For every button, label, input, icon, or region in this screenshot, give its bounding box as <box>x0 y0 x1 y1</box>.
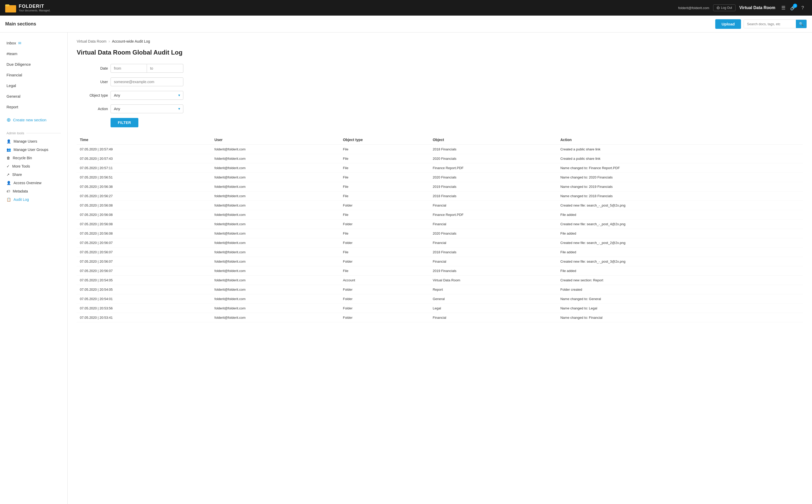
cell-user[interactable]: folderit@folderit.com <box>212 238 340 248</box>
trash-icon: 🗑 <box>6 156 10 160</box>
sidebar-item-general[interactable]: General <box>0 91 67 102</box>
table-row: 07.05.2020 | 20:56:08folderit@folderit.c… <box>77 210 803 220</box>
upload-button[interactable]: Upload <box>715 19 741 29</box>
table-row: 07.05.2020 | 20:56:07folderit@folderit.c… <box>77 238 803 248</box>
logout-button[interactable]: ⏻ Log Out <box>713 4 736 11</box>
user-email-input[interactable] <box>110 77 183 86</box>
cell-user[interactable]: folderit@folderit.com <box>212 294 340 304</box>
cell-object-type: File <box>340 266 429 276</box>
cell-object[interactable]: Financial <box>430 220 557 229</box>
admin-item-metadata[interactable]: 🏷 Metadata <box>6 187 61 195</box>
sidebar-item-team[interactable]: #team <box>0 48 67 59</box>
cell-time: 07.05.2020 | 20:54:05 <box>77 285 212 294</box>
action-select[interactable]: Any <box>110 104 183 113</box>
date-to-input[interactable] <box>147 64 183 73</box>
sidebar-item-due-diligence[interactable]: Due Diligence <box>0 59 67 70</box>
header-icons: ☰ 🔗 1 ? <box>779 4 807 12</box>
help-icon-button[interactable]: ? <box>798 4 807 12</box>
cell-user[interactable]: folderit@folderit.com <box>212 266 340 276</box>
sidebar: Inbox ✉ #team Due Diligence Financial Le… <box>0 32 68 504</box>
cell-object[interactable]: 2019 Financials <box>430 266 557 276</box>
sidebar-item-report[interactable]: Report <box>0 102 67 112</box>
audit-log-icon: 📋 <box>6 197 11 202</box>
table-row: 07.05.2020 | 20:56:38folderit@folderit.c… <box>77 182 803 191</box>
sidebar-item-legal[interactable]: Legal <box>0 80 67 91</box>
breadcrumb-current: Account-wide Audit Log <box>112 39 150 43</box>
header-right: folderit@folderit.com ⏻ Log Out Virtual … <box>678 4 807 12</box>
cell-user[interactable]: folderit@folderit.com <box>212 145 340 154</box>
cell-action: Name changed to: General <box>557 294 803 304</box>
cell-object[interactable]: Finance Report.PDF <box>430 163 557 173</box>
cell-object[interactable]: Legal <box>430 304 557 313</box>
search-input[interactable] <box>744 20 796 28</box>
create-section-button[interactable]: ⊕ Create new section <box>0 114 67 126</box>
cell-user[interactable]: folderit@folderit.com <box>212 173 340 182</box>
cell-object[interactable]: 2020 Financials <box>430 154 557 163</box>
cell-object[interactable]: Financial <box>430 257 557 266</box>
table-row: 07.05.2020 | 20:56:27folderit@folderit.c… <box>77 191 803 201</box>
cell-user[interactable]: folderit@folderit.com <box>212 248 340 257</box>
col-time: Time <box>77 135 212 145</box>
cell-user[interactable]: folderit@folderit.com <box>212 276 340 285</box>
sidebar-item-financial[interactable]: Financial <box>0 70 67 80</box>
search-button[interactable]: 🔍 <box>796 20 807 28</box>
cell-user[interactable]: folderit@folderit.com <box>212 257 340 266</box>
filter-button[interactable]: FILTER <box>110 118 138 127</box>
menu-icon-button[interactable]: ☰ <box>779 4 788 12</box>
cell-user[interactable]: folderit@folderit.com <box>212 304 340 313</box>
cell-user[interactable]: folderit@folderit.com <box>212 220 340 229</box>
admin-item-recycle-bin[interactable]: 🗑 Recycle Bin <box>6 154 61 162</box>
cell-time: 07.05.2020 | 20:54:05 <box>77 276 212 285</box>
cell-object[interactable]: Financial <box>430 313 557 322</box>
cell-object-type: File <box>340 182 429 191</box>
cell-object[interactable]: Finance Report.PDF <box>430 210 557 220</box>
cell-object[interactable]: Financial <box>430 238 557 248</box>
cell-object[interactable]: 2020 Financials <box>430 173 557 182</box>
cell-object[interactable]: Report <box>430 285 557 294</box>
table-row: 07.05.2020 | 20:54:01folderit@folderit.c… <box>77 294 803 304</box>
cell-user[interactable]: folderit@folderit.com <box>212 313 340 322</box>
admin-item-audit-log[interactable]: 📋 Audit Log <box>6 195 61 204</box>
admin-item-more-tools[interactable]: ✓ More Tools <box>6 162 61 170</box>
admin-item-manage-user-groups[interactable]: 👥 Manage User Groups <box>6 145 61 154</box>
table-row: 07.05.2020 | 20:56:08folderit@folderit.c… <box>77 220 803 229</box>
object-type-filter-row: Object type Any File Folder Account <box>77 91 803 100</box>
svg-rect-2 <box>5 5 16 12</box>
cell-user[interactable]: folderit@folderit.com <box>212 229 340 238</box>
date-from-input[interactable] <box>110 64 147 73</box>
audit-table: Time User Object type Object Action 07.0… <box>77 135 803 322</box>
cell-object[interactable]: Financial <box>430 201 557 210</box>
admin-item-share[interactable]: ↗ Share <box>6 170 61 179</box>
cell-object[interactable]: 2019 Financials <box>430 182 557 191</box>
cell-object[interactable]: 2020 Financials <box>430 229 557 238</box>
cell-object-type: Folder <box>340 257 429 266</box>
cell-user[interactable]: folderit@folderit.com <box>212 210 340 220</box>
cell-user[interactable]: folderit@folderit.com <box>212 154 340 163</box>
cell-user[interactable]: folderit@folderit.com <box>212 285 340 294</box>
admin-item-access-overview[interactable]: 👤 Access Overview <box>6 179 61 187</box>
cell-user[interactable]: folderit@folderit.com <box>212 201 340 210</box>
cell-object[interactable]: General <box>430 294 557 304</box>
object-type-select-wrapper: Any File Folder Account <box>110 91 183 100</box>
cell-user[interactable]: folderit@folderit.com <box>212 182 340 191</box>
admin-item-manage-users[interactable]: 👤 Manage Users <box>6 137 61 145</box>
date-inputs <box>110 64 183 73</box>
cell-object-type: File <box>340 191 429 201</box>
cell-user[interactable]: folderit@folderit.com <box>212 163 340 173</box>
object-type-select[interactable]: Any File Folder Account <box>110 91 183 100</box>
cell-time: 07.05.2020 | 20:56:08 <box>77 220 212 229</box>
table-row: 07.05.2020 | 20:57:43folderit@folderit.c… <box>77 154 803 163</box>
share-button[interactable]: 🔗 1 <box>790 5 796 11</box>
cell-object[interactable]: 2018 Financials <box>430 191 557 201</box>
cell-object[interactable]: 2018 Financials <box>430 145 557 154</box>
cell-user[interactable]: folderit@folderit.com <box>212 191 340 201</box>
col-user: User <box>212 135 340 145</box>
cell-object-type: File <box>340 145 429 154</box>
cell-time: 07.05.2020 | 20:57:49 <box>77 145 212 154</box>
sidebar-item-inbox[interactable]: Inbox ✉ <box>0 38 67 48</box>
cell-object[interactable]: 2018 Financials <box>430 248 557 257</box>
breadcrumb-root[interactable]: Virtual Data Room <box>77 39 106 43</box>
cell-action: Created a public share link <box>557 145 803 154</box>
cell-time: 07.05.2020 | 20:56:08 <box>77 210 212 220</box>
table-row: 07.05.2020 | 20:56:08folderit@folderit.c… <box>77 229 803 238</box>
